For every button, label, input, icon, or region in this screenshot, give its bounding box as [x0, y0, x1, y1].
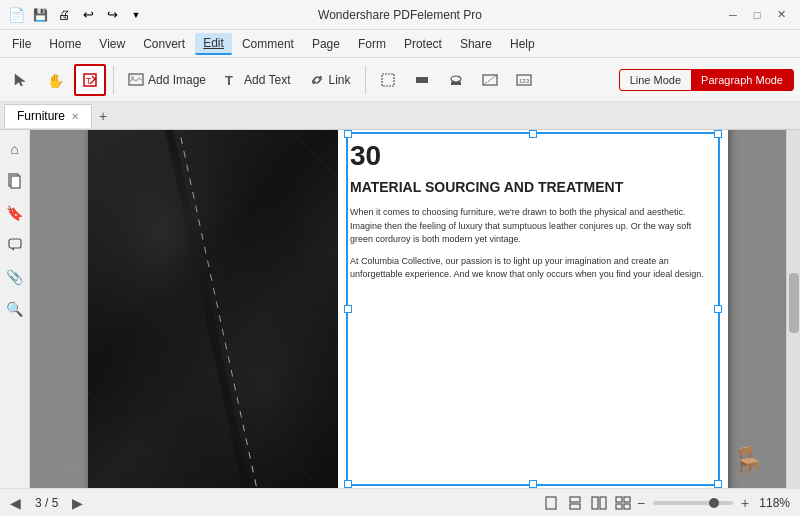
bates-tool[interactable]: 123: [509, 64, 539, 96]
link-button[interactable]: Link: [302, 64, 358, 96]
handle-bc[interactable]: [529, 480, 537, 488]
zoom-thumb[interactable]: [709, 498, 719, 508]
scrollbar-thumb[interactable]: [789, 273, 799, 333]
tab-add-button[interactable]: +: [92, 105, 114, 127]
separator-1: [113, 66, 114, 94]
link-label: Link: [329, 73, 351, 87]
svg-rect-10: [416, 77, 428, 83]
tab-furniture[interactable]: Furniture ✕: [4, 104, 92, 128]
menu-file[interactable]: File: [4, 34, 39, 54]
zoom-in-button[interactable]: +: [741, 495, 749, 511]
save-icon[interactable]: 💾: [31, 6, 49, 24]
sidebar-bookmark-icon[interactable]: 🔖: [4, 202, 26, 224]
menu-convert[interactable]: Convert: [135, 34, 193, 54]
menu-form[interactable]: Form: [350, 34, 394, 54]
handle-tl[interactable]: [344, 130, 352, 138]
stitch-svg: [88, 130, 338, 488]
sidebar-search-icon[interactable]: 🔍: [4, 298, 26, 320]
menu-protect[interactable]: Protect: [396, 34, 450, 54]
zoom-slider[interactable]: [653, 501, 733, 505]
add-image-label: Add Image: [148, 73, 206, 87]
paragraph-mode-button[interactable]: Paragraph Mode: [691, 70, 793, 90]
zoom-out-button[interactable]: −: [637, 495, 645, 511]
sidebar-pages-icon[interactable]: [4, 170, 26, 192]
stamp-tool[interactable]: [441, 64, 471, 96]
hand-icon: ✋: [47, 72, 63, 88]
redo-icon[interactable]: ↪: [103, 6, 121, 24]
vertical-scrollbar[interactable]: [786, 130, 800, 488]
handle-tr[interactable]: [714, 130, 722, 138]
add-image-button[interactable]: Add Image: [121, 64, 213, 96]
page-info: 3 / 5: [35, 496, 58, 510]
handle-br[interactable]: [714, 480, 722, 488]
svg-text:123: 123: [519, 78, 530, 84]
minimize-button[interactable]: ─: [722, 5, 744, 25]
menu-help[interactable]: Help: [502, 34, 543, 54]
menu-view[interactable]: View: [91, 34, 133, 54]
add-text-button[interactable]: T Add Text: [217, 64, 297, 96]
maximize-button[interactable]: □: [746, 5, 768, 25]
grid-view[interactable]: [613, 493, 633, 513]
svg-rect-24: [88, 130, 338, 488]
two-page-view[interactable]: [589, 493, 609, 513]
watermark-tool[interactable]: [475, 64, 505, 96]
two-page-icon: [591, 496, 607, 510]
content-area[interactable]: www.MacDown.com: [30, 130, 786, 488]
svg-rect-12: [451, 82, 461, 85]
svg-rect-9: [382, 74, 394, 86]
comment-icon: [8, 238, 22, 252]
pdf-body-1: When it comes to choosing furniture, we'…: [350, 206, 716, 247]
svg-rect-32: [592, 497, 598, 509]
dropdown-icon[interactable]: ▼: [127, 6, 145, 24]
cursor-tool[interactable]: [6, 64, 36, 96]
sidebar-comment-icon[interactable]: [4, 234, 26, 256]
pages-icon: [8, 173, 22, 189]
prev-page-button[interactable]: ◀: [10, 495, 21, 511]
main-area: ⌂ 🔖 📎 🔍 www.MacDown.com: [0, 130, 800, 488]
undo-icon[interactable]: ↩: [79, 6, 97, 24]
title-bar-left: 📄 💾 🖨 ↩ ↪ ▼: [8, 6, 145, 24]
close-button[interactable]: ✕: [770, 5, 792, 25]
handle-mr[interactable]: [714, 305, 722, 313]
cursor-icon: [13, 72, 29, 88]
continuous-icon: [567, 496, 583, 510]
tab-label: Furniture: [17, 109, 65, 123]
handle-bl[interactable]: [344, 480, 352, 488]
redact-tool[interactable]: [407, 64, 437, 96]
leather-texture: [88, 130, 338, 488]
svg-rect-31: [570, 504, 580, 509]
menu-home[interactable]: Home: [41, 34, 89, 54]
menu-page[interactable]: Page: [304, 34, 348, 54]
sidebar-home-icon[interactable]: ⌂: [4, 138, 26, 160]
print-icon[interactable]: 🖨: [55, 6, 73, 24]
image-icon: [128, 72, 144, 88]
menu-comment[interactable]: Comment: [234, 34, 302, 54]
menu-share[interactable]: Share: [452, 34, 500, 54]
watermark-icon: [482, 72, 498, 88]
single-page-view[interactable]: [541, 493, 561, 513]
pdf-body-2: At Columbia Collective, our passion is t…: [350, 255, 716, 282]
svg-rect-36: [616, 504, 622, 509]
link-icon: [309, 72, 325, 88]
next-page-button[interactable]: ▶: [72, 495, 83, 511]
continuous-view[interactable]: [565, 493, 585, 513]
line-mode-button[interactable]: Line Mode: [620, 70, 691, 90]
handle-ml[interactable]: [344, 305, 352, 313]
crop-icon: [380, 72, 396, 88]
crop-tool[interactable]: [373, 64, 403, 96]
sidebar-attachment-icon[interactable]: 📎: [4, 266, 26, 288]
app-icon: 📄: [8, 7, 25, 23]
tab-close-button[interactable]: ✕: [71, 111, 79, 122]
handle-tc[interactable]: [529, 130, 537, 138]
edit-text-tool[interactable]: T: [74, 64, 106, 96]
svg-rect-33: [600, 497, 606, 509]
svg-rect-30: [570, 497, 580, 502]
zoom-level: 118%: [759, 496, 790, 510]
hand-tool[interactable]: ✋: [40, 64, 70, 96]
text-icon: T: [224, 72, 240, 88]
menu-edit[interactable]: Edit: [195, 33, 232, 55]
svg-point-11: [451, 76, 461, 82]
current-page: 3: [35, 496, 42, 510]
pdf-title: MATERIAL SOURCING AND TREATMENT: [350, 178, 716, 196]
toolbar: ✋ T Add Image T Add Text Link: [0, 58, 800, 102]
